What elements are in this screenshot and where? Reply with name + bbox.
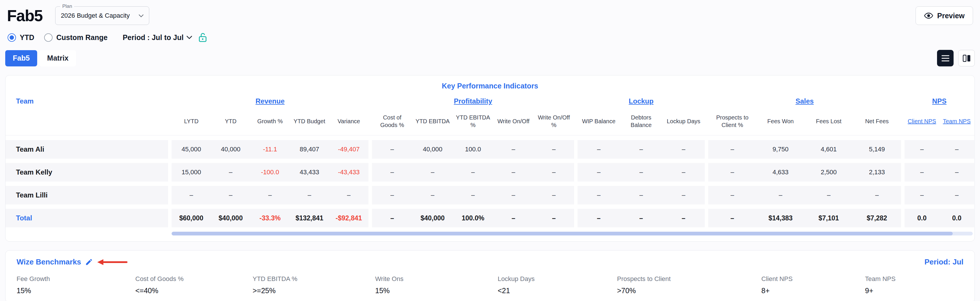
row-band: –40,000100.0–– [372,140,574,158]
table-body: Team Ali45,00040,000-11.189,407-49,407–4… [6,140,974,227]
benchmark-label: Cost of Goods % [135,275,253,283]
benchmarks-period-link[interactable]: Period: Jul [924,258,963,266]
benchmark-label: Lockup Days [498,275,617,283]
plan-select-value: 2026 Budget & Capacity [61,12,138,19]
benchmark-value: >70% [617,287,761,295]
column-subheader-band: Cost of Goods %YTD EBITDAYTD EBITDA %Wri… [372,114,574,129]
table-cell: -43,433 [329,168,369,176]
plan-select[interactable]: Plan 2026 Budget & Capacity [55,6,149,25]
ytd-label: YTD [20,33,34,42]
column-header: LYTD [182,117,201,125]
ytd-radio[interactable]: YTD [8,33,34,42]
table-cell: – [578,146,620,153]
table-cell: 45,000 [172,146,211,153]
row-band: –– [905,186,974,204]
wize-benchmarks-link[interactable]: Wize Benchmarks [17,258,81,266]
table-subheader-row: LYTDYTDGrowth %YTD BudgetVarianceCost of… [6,109,974,135]
table-cell: 40,000 [211,146,251,153]
edit-icon[interactable] [85,258,93,266]
table-cell: – [708,192,756,199]
column-subheader-band: LYTDYTDGrowth %YTD BudgetVariance [172,117,369,125]
row-band: –$40,000100.0%–– [372,209,574,227]
table-cell: $132,841 [290,214,329,222]
filter-bar: YTD Custom Range Period : Jul to Jul [0,32,980,42]
row-band: –– [905,140,974,158]
column-header: YTD EBITDA % [453,114,493,129]
column-header: Cost of Goods % [372,114,412,129]
benchmark-label: Prospects to Client [617,275,761,283]
table-cell: – [620,192,662,199]
column-header[interactable]: Client NPS [905,117,939,125]
table-cell: – [172,192,211,199]
benchmark-value: 8+ [761,287,865,295]
column-group-link-sales[interactable]: Sales [795,97,814,105]
column-group-link-revenue[interactable]: Revenue [256,97,285,105]
column-header: Variance [335,117,362,125]
unlock-icon[interactable] [198,32,207,43]
kpi-card: Key Performance Indicators Team RevenueP… [5,75,975,242]
tab-matrix[interactable]: Matrix [40,50,76,67]
table-cell: – [578,214,620,222]
table-cell: 89,407 [290,146,329,153]
preview-button[interactable]: Preview [916,6,973,25]
table-cell: – [211,168,251,176]
column-header: Net Fees [863,117,891,125]
columns-view-button[interactable] [958,50,975,67]
table-cell: 4,601 [805,146,853,153]
table-cell: -33.3% [250,214,290,222]
row-band: –9,7504,6015,149 [708,140,901,158]
benchmark-item: Cost of Goods %<=40% [135,275,253,295]
logo: Fab5 [7,6,42,25]
table-row: Team Lilli––––––––––––––––––– [6,186,974,204]
annotation-arrow [96,258,128,266]
table-cell: – [662,168,705,176]
table-cell: – [756,192,805,199]
rows-icon [941,54,950,62]
scrollbar-thumb[interactable] [172,232,953,236]
column-header[interactable]: Team NPS [940,117,973,125]
view-toggles [937,50,975,67]
table-cell: $14,383 [756,214,805,222]
team-column-header[interactable]: Team [6,97,168,105]
table-cell: -100.0 [250,168,290,176]
table-cell: – [905,168,939,176]
table-cell: – [662,192,705,199]
benchmark-value: <=40% [135,287,253,295]
table-cell: – [853,192,901,199]
column-header: Prospects to Client % [711,114,754,129]
row-band: –$14,383$7,101$7,282 [708,209,901,227]
team-name-cell: Team Lilli [6,186,168,204]
table-cell: – [578,192,620,199]
tab-fab5[interactable]: Fab5 [5,50,37,67]
table-cell: 0.0 [905,214,939,222]
benchmark-value: >=25% [253,287,375,295]
benchmark-item: Lockup Days<21 [498,275,617,295]
table-cell: 4,633 [756,168,805,176]
column-group-band: Revenue [172,97,369,105]
table-cell: – [905,146,939,153]
table-cell: 2,133 [853,168,901,176]
row-band: 0.00.0 [905,209,974,227]
preview-label: Preview [937,12,965,20]
period-dropdown[interactable]: Period : Jul to Jul [123,33,192,42]
column-group-link-nps[interactable]: NPS [932,97,946,105]
row-band: ––– [578,140,705,158]
table-cell: – [534,192,574,199]
benchmark-label: YTD EBITDA % [253,275,375,283]
radio-unchecked-icon [44,33,52,42]
custom-range-radio[interactable]: Custom Range [44,33,107,42]
table-cell: – [534,146,574,153]
rows-view-button[interactable] [937,50,954,67]
table-cell: – [939,168,974,176]
column-header: YTD Budget [291,117,328,125]
table-cell: – [662,146,705,153]
column-group-link-lockup[interactable]: Lockup [628,97,653,105]
column-header: YTD [223,117,239,125]
column-group-link-profitability[interactable]: Profitability [454,97,492,105]
benchmark-item: Team NPS9+ [865,275,963,295]
table-cell: – [493,146,534,153]
table-cell: – [578,168,620,176]
row-band: ––– [578,186,705,204]
benchmark-value: 9+ [865,287,963,295]
benchmark-label: Fee Growth [17,275,135,283]
